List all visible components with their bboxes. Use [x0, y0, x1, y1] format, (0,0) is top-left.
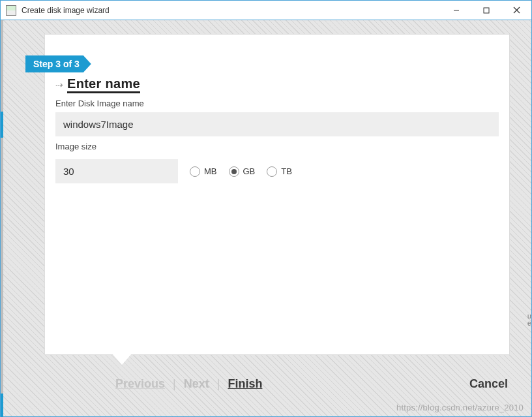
unit-radio-gb[interactable]: GB	[229, 166, 256, 177]
maximize-button[interactable]	[471, 1, 501, 20]
app-icon	[6, 5, 16, 16]
unit-label-tb: TB	[281, 166, 292, 176]
finish-button[interactable]: Finish	[228, 377, 262, 391]
nav-separator: |	[173, 377, 176, 391]
left-accent	[1, 20, 3, 416]
close-button[interactable]	[501, 1, 531, 20]
radio-dot-icon	[229, 166, 239, 177]
cancel-button[interactable]: Cancel	[469, 377, 508, 391]
background-peek: ue	[527, 313, 531, 358]
image-size-input[interactable]	[55, 159, 178, 183]
window-title: Create disk image wizard	[22, 6, 110, 15]
unit-label-gb: GB	[243, 166, 256, 176]
wizard-window: Create disk image wizard Step 3 of 3 ⇢ E…	[0, 0, 532, 417]
panel-content: ⇢ Enter name Enter Disk Image name Image…	[45, 35, 509, 194]
wizard-backdrop: Step 3 of 3 ⇢ Enter name Enter Disk Imag…	[1, 20, 531, 416]
radio-dot-icon	[267, 166, 277, 177]
unit-radio-mb[interactable]: MB	[190, 166, 217, 177]
unit-label-mb: MB	[204, 166, 217, 176]
name-field-label: Enter Disk Image name	[55, 99, 499, 108]
watermark: https://blog.csdn.net/azure_2010	[396, 403, 524, 412]
unit-radio-tb[interactable]: TB	[267, 166, 292, 177]
svg-rect-1	[484, 8, 489, 13]
step-badge: Step 3 of 3	[25, 55, 91, 72]
disk-image-name-input[interactable]	[55, 112, 499, 136]
next-button[interactable]: Next	[184, 377, 209, 391]
nav-buttons: Previous | Next | Finish	[24, 377, 469, 391]
radio-dot-icon	[190, 166, 200, 177]
heading-row: ⇢ Enter name	[55, 76, 499, 93]
wizard-panel: Step 3 of 3 ⇢ Enter name Enter Disk Imag…	[45, 35, 509, 354]
heading-arrow-icon: ⇢	[55, 80, 63, 90]
size-row: MB GB TB	[55, 159, 499, 183]
size-field-label: Image size	[55, 142, 499, 151]
previous-button[interactable]: Previous	[115, 377, 165, 391]
titlebar: Create disk image wizard	[1, 1, 531, 20]
nav-separator: |	[217, 377, 220, 391]
panel-pointer-icon	[111, 353, 132, 365]
page-title: Enter name	[67, 76, 140, 93]
minimize-button[interactable]	[441, 1, 471, 20]
